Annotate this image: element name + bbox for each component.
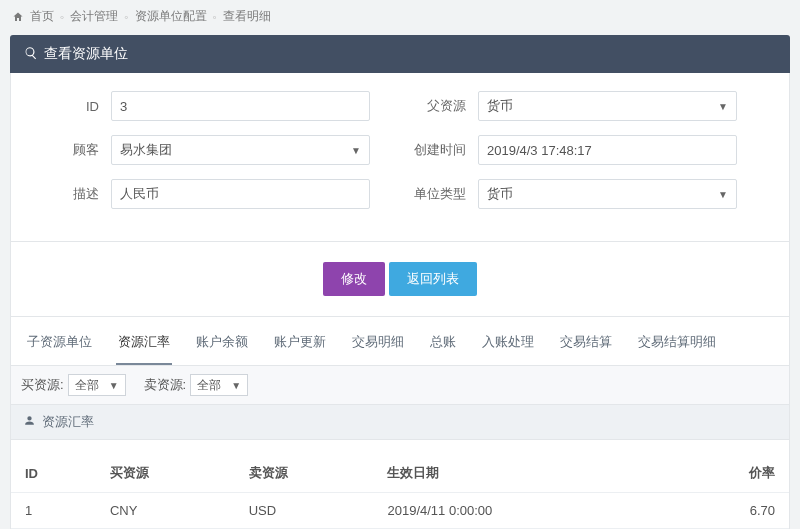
edit-button[interactable]: 修改 (323, 262, 385, 296)
label-desc: 描述 (33, 185, 111, 203)
table-row[interactable]: 1 CNY USD 2019/4/11 0:00:00 6.70 (11, 493, 789, 529)
chevron-down-icon: ▼ (109, 380, 119, 391)
breadcrumb-sep: ◦ (213, 10, 217, 24)
breadcrumb-sep: ◦ (60, 10, 64, 24)
tab-settlement[interactable]: 交易结算 (558, 327, 614, 365)
col-date[interactable]: 生效日期 (373, 454, 648, 493)
breadcrumb-seg1[interactable]: 会计管理 (70, 8, 118, 25)
breadcrumb: 首页 ◦ 会计管理 ◦ 资源单位配置 ◦ 查看明细 (10, 4, 790, 35)
label-customer: 顾客 (33, 141, 111, 159)
cell-id: 1 (11, 493, 96, 529)
label-created: 创建时间 (400, 141, 478, 159)
panel-title: 查看资源单位 (44, 45, 128, 63)
home-icon (12, 11, 24, 23)
action-bar: 修改 返回列表 (10, 242, 790, 317)
search-icon (24, 46, 38, 63)
tab-posting[interactable]: 入账处理 (480, 327, 536, 365)
chevron-down-icon: ▼ (351, 145, 361, 156)
chevron-down-icon: ▼ (231, 380, 241, 391)
tab-transaction-detail[interactable]: 交易明细 (350, 327, 406, 365)
sub-header: 资源汇率 (10, 405, 790, 440)
input-desc[interactable]: 人民币 (111, 179, 370, 209)
tab-sub-resource[interactable]: 子资源单位 (25, 327, 94, 365)
user-icon (23, 414, 36, 430)
select-unit-type[interactable]: 货币 ▼ (478, 179, 737, 209)
col-id[interactable]: ID (11, 454, 96, 493)
col-sell[interactable]: 卖资源 (235, 454, 374, 493)
label-unit-type: 单位类型 (400, 185, 478, 203)
col-rate[interactable]: 价率 (649, 454, 789, 493)
label-id: ID (33, 99, 111, 114)
input-created[interactable]: 2019/4/3 17:48:17 (478, 135, 737, 165)
filter-sell-label: 卖资源: (144, 376, 187, 394)
label-parent: 父资源 (400, 97, 478, 115)
cell-buy: CNY (96, 493, 235, 529)
sub-header-title: 资源汇率 (42, 413, 94, 431)
breadcrumb-seg3: 查看明细 (223, 8, 271, 25)
rate-table: ID 买资源 卖资源 生效日期 价率 1 CNY USD 2019/4/11 0… (11, 454, 789, 529)
col-buy[interactable]: 买资源 (96, 454, 235, 493)
filter-sell-select[interactable]: 全部 ▼ (190, 374, 248, 396)
breadcrumb-home[interactable]: 首页 (30, 8, 54, 25)
tab-balance[interactable]: 账户余额 (194, 327, 250, 365)
detail-form: ID 3 父资源 货币 ▼ 顾客 易水集团 ▼ 创建时间 201 (10, 73, 790, 242)
rate-table-wrap: ID 买资源 卖资源 生效日期 价率 1 CNY USD 2019/4/11 0… (10, 440, 790, 529)
select-parent[interactable]: 货币 ▼ (478, 91, 737, 121)
chevron-down-icon: ▼ (718, 189, 728, 200)
filter-bar: 买资源: 全部 ▼ 卖资源: 全部 ▼ (10, 366, 790, 405)
filter-buy-label: 买资源: (21, 376, 64, 394)
panel-title-bar: 查看资源单位 (10, 35, 790, 73)
filter-buy-select[interactable]: 全部 ▼ (68, 374, 126, 396)
tab-account-update[interactable]: 账户更新 (272, 327, 328, 365)
back-button[interactable]: 返回列表 (389, 262, 477, 296)
tab-bar: 子资源单位 资源汇率 账户余额 账户更新 交易明细 总账 入账处理 交易结算 交… (10, 317, 790, 366)
cell-rate: 6.70 (649, 493, 789, 529)
chevron-down-icon: ▼ (718, 101, 728, 112)
tab-exchange-rate[interactable]: 资源汇率 (116, 327, 172, 365)
breadcrumb-sep: ◦ (124, 10, 128, 24)
breadcrumb-seg2[interactable]: 资源单位配置 (135, 8, 207, 25)
cell-sell: USD (235, 493, 374, 529)
tab-settlement-detail[interactable]: 交易结算明细 (636, 327, 718, 365)
input-id[interactable]: 3 (111, 91, 370, 121)
cell-date: 2019/4/11 0:00:00 (373, 493, 648, 529)
select-customer[interactable]: 易水集团 ▼ (111, 135, 370, 165)
tab-ledger[interactable]: 总账 (428, 327, 458, 365)
